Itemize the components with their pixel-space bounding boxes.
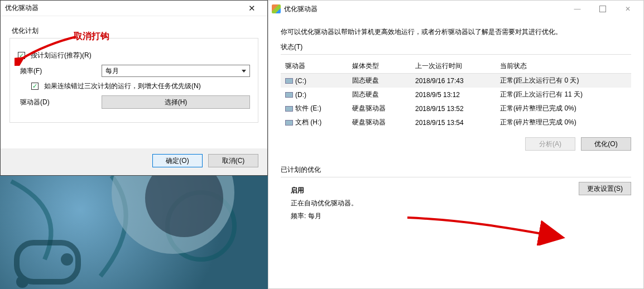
col-status[interactable]: 当前状态 [496,59,631,74]
main-titlebar[interactable]: 优化驱动器 — ✕ [268,1,643,17]
dialog-close-button[interactable]: ✕ [241,3,263,13]
drive-icon [285,92,293,98]
table-row[interactable]: 文档 (H:)硬盘驱动器2018/9/15 13:54正常(碎片整理已完成 0%… [281,115,631,129]
increase-priority-checkbox[interactable] [31,83,39,90]
close-button[interactable]: ✕ [615,1,640,17]
last-cell: 2018/9/15 13:54 [411,115,496,129]
schedule-settings-dialog: 优化驱动器 ✕ 优化计划 按计划运行(推荐)(R) 频率(F) 每月 如果连续错… [0,0,268,176]
table-header-row[interactable]: 驱动器 媒体类型 上一次运行时间 当前状态 [281,59,631,74]
drives-label: 驱动器(D) [18,98,96,107]
col-last[interactable]: 上一次运行时间 [411,59,496,74]
frequency-select[interactable]: 每月 [102,65,250,77]
optimize-button[interactable]: 优化(O) [581,137,631,151]
col-media[interactable]: 媒体类型 [348,59,411,74]
drive-cell: 软件 (E:) [281,102,348,115]
optimize-plan-group: 按计划运行(推荐)(R) 频率(F) 每月 如果连续错过三次计划的运行，则增大任… [9,38,258,123]
drive-icon [285,78,293,84]
status-cell: 正常(碎片整理已完成 0%) [496,102,631,115]
sched-status-line2: 频率: 每月 [291,210,621,223]
optimize-drives-window: 优化驱动器 — ✕ 你可以优化驱动器以帮助计算机更高效地运行，或者分析驱动器以了… [268,0,644,289]
sched-enabled-label: 启用 [291,184,621,197]
status-cell: 正常(距上次运行已有 0 天) [496,74,631,88]
svg-point-3 [19,278,26,285]
table-row[interactable]: 软件 (E:)硬盘驱动器2018/9/15 13:52正常(碎片整理已完成 0%… [281,102,631,115]
sched-status-line1: 正在自动优化驱动器。 [291,197,621,210]
app-icon [272,4,281,13]
media-cell: 硬盘驱动器 [348,115,411,129]
drive-cell: 文档 (H:) [281,115,348,129]
description-text: 你可以优化驱动器以帮助计算机更高效地运行，或者分析驱动器以了解是否需要对其进行优… [268,17,643,42]
status-cell: 正常(碎片整理已完成 0%) [496,115,631,129]
dialog-footer: 确定(O) 取消(C) [1,148,267,175]
frequency-label: 频率(F) [18,66,96,76]
last-cell: 2018/9/16 17:43 [411,74,496,88]
analyze-button: 分析(A) [525,137,575,151]
chevron-down-icon [242,70,246,73]
ok-button[interactable]: 确定(O) [152,154,203,167]
frequency-value: 每月 [105,66,119,76]
drives-table[interactable]: 驱动器 媒体类型 上一次运行时间 当前状态 (C:)固态硬盘2018/9/16 … [281,59,631,129]
run-on-schedule-checkbox[interactable] [18,52,25,59]
drive-icon [285,120,293,126]
minimize-button[interactable]: — [565,1,590,17]
drive-icon [285,106,293,112]
table-row[interactable]: (C:)固态硬盘2018/9/16 17:43正常(距上次运行已有 0 天) [281,74,631,88]
media-cell: 固态硬盘 [348,88,411,102]
col-drive[interactable]: 驱动器 [281,59,348,74]
desktop-background [0,176,268,289]
divider [281,54,631,55]
media-cell: 固态硬盘 [348,74,411,88]
dialog-titlebar[interactable]: 优化驱动器 ✕ [1,1,267,16]
run-on-schedule-label[interactable]: 按计划运行(推荐)(R) [31,51,92,60]
main-window-title: 优化驱动器 [284,4,318,14]
choose-drives-button[interactable]: 选择(H) [102,95,250,109]
scheduled-header: 已计划的优化 [268,154,643,177]
status-cell: 正常(距上次运行已有 11 天) [496,88,631,102]
dialog-title: 优化驱动器 [5,3,39,13]
change-settings-button[interactable]: 更改设置(S) [579,182,631,195]
svg-point-2 [64,256,70,263]
table-row[interactable]: (D:)固态硬盘2018/9/5 13:12正常(距上次运行已有 11 天) [281,88,631,102]
maximize-button[interactable] [590,1,615,17]
status-header: 状态(T) [268,42,643,54]
last-cell: 2018/9/15 13:52 [411,102,496,115]
increase-priority-label[interactable]: 如果连续错过三次计划的运行，则增大任务优先级(N) [44,81,201,91]
optimize-plan-group-label: 优化计划 [12,26,258,36]
media-cell: 硬盘驱动器 [348,102,411,115]
divider [281,177,631,177]
cancel-button[interactable]: 取消(C) [208,154,258,167]
drive-cell: (D:) [281,88,348,102]
drive-cell: (C:) [281,74,348,88]
last-cell: 2018/9/5 13:12 [411,88,496,102]
